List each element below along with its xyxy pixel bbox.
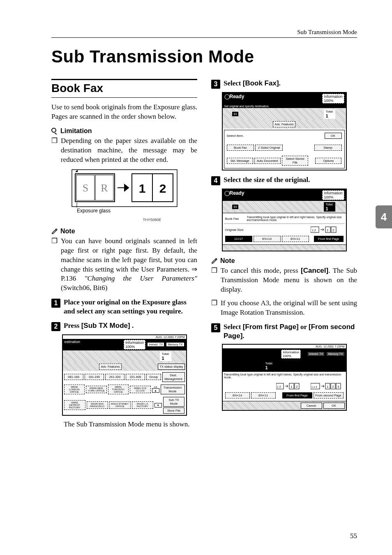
note-icon [51,228,58,235]
section-book-fax: Book Fax [51,79,197,98]
step-4-number: 4 [211,176,220,185]
svg-text:1 2 3: 1 2 3 [311,386,317,388]
chapter-tab: 4 [376,205,392,228]
step-3-number: 3 [211,80,220,89]
step-1-text: Place your original on the Exposure glas… [64,298,197,316]
note1-text: You can have bound originals scanned in … [61,237,197,293]
step-1-number: 1 [51,299,60,308]
step-5-number: 5 [211,323,220,332]
svg-text:2: 2 [296,385,298,389]
limitation-text: Depending on the paper sizes available o… [61,136,197,165]
page-number: 55 [350,532,357,540]
exposure-diagram: S R 1 2 Exposure glass THYS080E [71,169,178,222]
diagram-code: THYS080E [71,218,178,222]
screenshot-original-size: ◯Ready Information100% 03 Total:1 Book F… [222,189,347,251]
screenshot-select-item: ◯Ready Information100% Set original and … [222,92,347,170]
bullet-icon: ❒ [51,136,58,165]
step-2-after: The Sub Transmission Mode menu is shown. [64,420,197,429]
note2-item2: If you choose A3, the original will be s… [221,299,357,318]
svg-text:1: 1 [138,182,145,195]
bullet-icon: ❒ [211,299,217,318]
note1-heading: Note [60,228,75,235]
svg-text:1 2: 1 2 [277,385,281,388]
page-title: Sub Transmission Mode [51,47,357,67]
bullet-icon: ❒ [211,266,217,295]
step-5-text: Select [From first Page] or [From second… [224,322,357,341]
svg-text:3: 3 [337,385,339,389]
step-2-text: Press [Sub TX Mode] . [64,321,134,330]
bullet-icon: ❒ [51,237,58,293]
svg-text:S: S [82,182,88,194]
note2-heading: Note [220,257,235,265]
svg-rect-1 [55,133,57,134]
step-4-text: Select the size of the original. [224,175,310,184]
note2-item1: To cancel this mode, press [Cancel]. The… [221,266,357,295]
screenshot-sub-tx-menu: AUG. 12.2001 7:23PM estination Informati… [62,334,187,416]
svg-text:1 2: 1 2 [312,229,316,232]
limitation-icon [51,128,58,134]
svg-text:1: 1 [327,228,329,232]
svg-text:2: 2 [332,385,334,389]
step-2-number: 2 [51,322,60,331]
head-rule [51,37,357,38]
limitation-heading: Limitation [60,127,92,135]
svg-text:2: 2 [332,228,334,232]
svg-text:Exposure glass: Exposure glass [77,208,111,214]
step-3-text: Select [Book Fax]. [224,79,281,88]
intro-paragraph: Use to send book originals from the Expo… [51,103,197,122]
running-head: Sub Transmission Mode [51,29,357,36]
svg-text:1: 1 [327,385,329,389]
svg-text:R: R [101,182,108,194]
screenshot-from-page: AUG. 12.2001 7:23PM Information100% Imme… [222,344,347,411]
svg-point-0 [52,128,56,132]
note-icon [211,258,218,264]
svg-text:2: 2 [159,182,166,195]
svg-text:1: 1 [291,385,293,389]
